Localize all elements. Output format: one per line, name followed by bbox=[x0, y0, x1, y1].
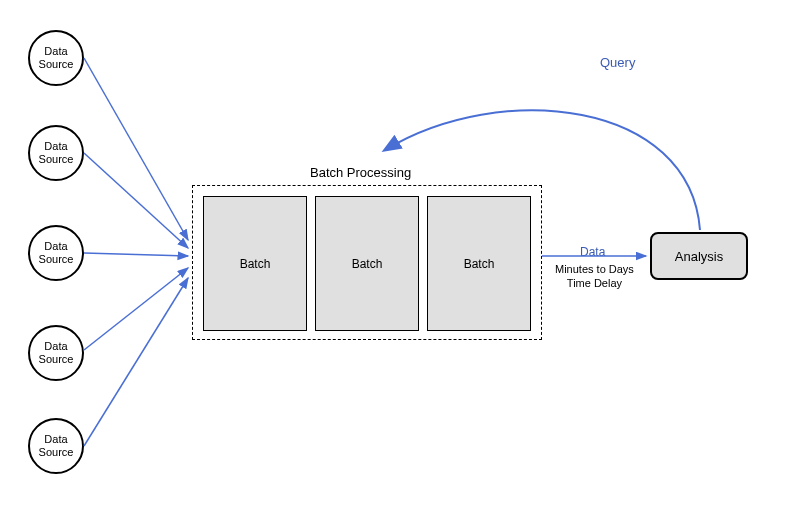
data-source-label: DataSource bbox=[39, 340, 74, 366]
data-flow-label: Data bbox=[580, 245, 605, 259]
batch-box-1: Batch bbox=[203, 196, 307, 331]
analysis-box: Analysis bbox=[650, 232, 748, 280]
data-source-3: DataSource bbox=[28, 225, 84, 281]
svg-line-5 bbox=[84, 268, 188, 350]
svg-line-3 bbox=[84, 153, 188, 248]
batch-processing-title: Batch Processing bbox=[310, 165, 411, 180]
data-source-4: DataSource bbox=[28, 325, 84, 381]
svg-line-4 bbox=[84, 253, 188, 256]
batch-box-label: Batch bbox=[464, 257, 495, 271]
svg-line-6 bbox=[84, 278, 188, 446]
delay-label: Minutes to DaysTime Delay bbox=[555, 262, 634, 291]
data-source-1: DataSource bbox=[28, 30, 84, 86]
svg-line-2 bbox=[84, 58, 188, 240]
data-source-2: DataSource bbox=[28, 125, 84, 181]
data-source-label: DataSource bbox=[39, 433, 74, 459]
data-source-label: DataSource bbox=[39, 45, 74, 71]
batch-box-3: Batch bbox=[427, 196, 531, 331]
query-label: Query bbox=[600, 55, 635, 70]
data-source-label: DataSource bbox=[39, 140, 74, 166]
batch-processing-container: Batch Batch Batch bbox=[192, 185, 542, 340]
batch-box-label: Batch bbox=[240, 257, 271, 271]
batch-box-label: Batch bbox=[352, 257, 383, 271]
analysis-label: Analysis bbox=[675, 249, 723, 264]
data-source-label: DataSource bbox=[39, 240, 74, 266]
batch-box-2: Batch bbox=[315, 196, 419, 331]
data-source-5: DataSource bbox=[28, 418, 84, 474]
